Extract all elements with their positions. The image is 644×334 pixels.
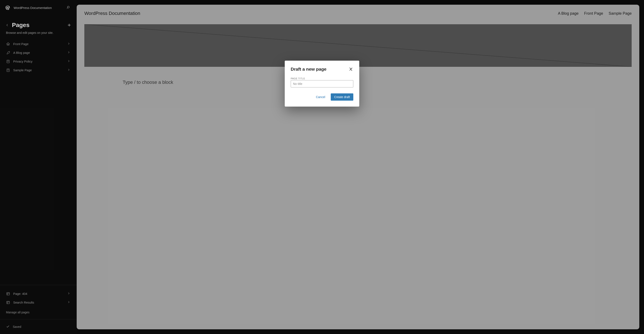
page-title-input[interactable] <box>291 80 353 87</box>
close-icon[interactable] <box>348 67 353 71</box>
page-title-label: PAGE TITLE <box>291 77 305 80</box>
modal-backdrop[interactable]: Draft a new page PAGE TITLE Cancel Creat… <box>0 0 644 334</box>
cancel-button[interactable]: Cancel <box>312 93 328 101</box>
draft-page-modal: Draft a new page PAGE TITLE Cancel Creat… <box>285 61 359 107</box>
create-draft-button[interactable]: Create draft <box>331 93 353 101</box>
modal-title: Draft a new page <box>291 67 348 72</box>
